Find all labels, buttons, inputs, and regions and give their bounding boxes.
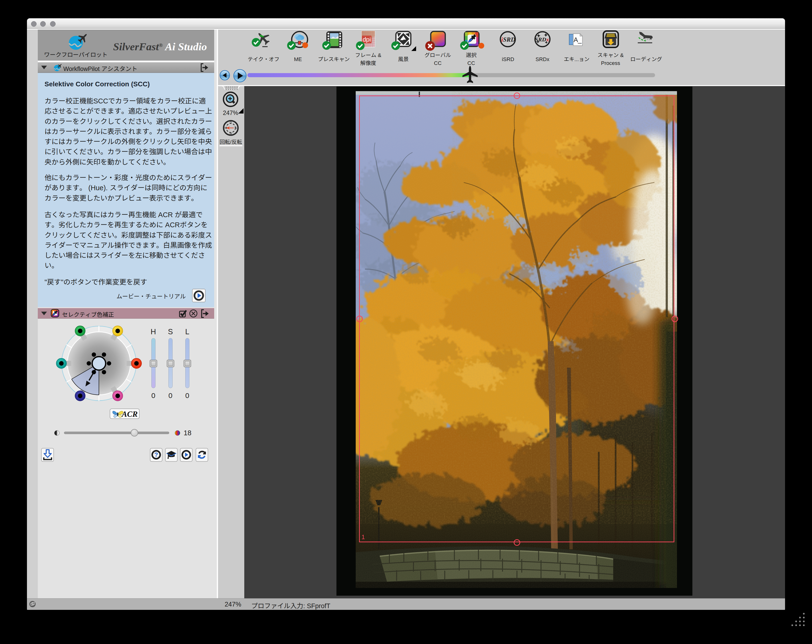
svg-text:?: ?	[154, 451, 158, 458]
svg-text:A_: A_	[574, 36, 582, 44]
svg-text:S: S	[235, 126, 237, 129]
svg-text:iSRD: iSRD	[501, 36, 515, 43]
svg-text:W: W	[230, 132, 232, 135]
svg-text:O: O	[230, 121, 232, 124]
svg-text:SRDx: SRDx	[535, 36, 549, 43]
